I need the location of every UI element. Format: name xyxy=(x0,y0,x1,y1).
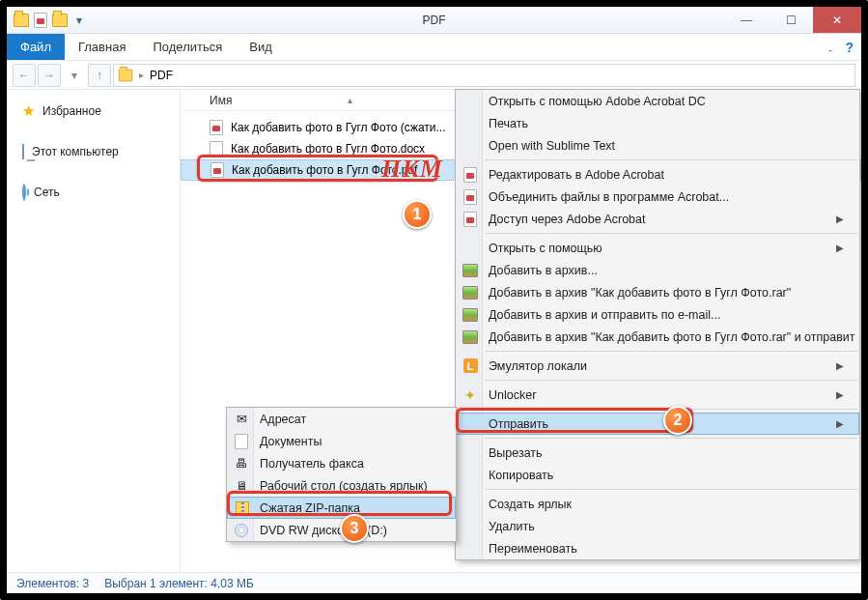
docx-file-icon xyxy=(210,141,223,157)
titlebar: ▾ PDF — ☐ ✕ xyxy=(7,7,861,34)
sendto-fax[interactable]: 🖷Получатель факса xyxy=(227,452,456,474)
winrar-icon xyxy=(462,284,479,301)
winrar-icon xyxy=(462,329,479,346)
sidebar-this-pc[interactable]: Этот компьютер xyxy=(7,140,180,163)
submenu-arrow-icon: ▶ xyxy=(817,360,844,371)
ctx-create-shortcut[interactable]: Создать ярлык xyxy=(456,493,859,515)
ctx-combine-acrobat[interactable]: Объединить файлы в программе Acrobat... xyxy=(456,186,859,208)
ctx-open-with[interactable]: Открыть с помощью▶ xyxy=(456,237,859,259)
sidebar-favorites[interactable]: ★ Избранное xyxy=(7,100,180,123)
pdf-file-icon xyxy=(210,120,223,135)
help-icon[interactable]: ? xyxy=(845,40,854,55)
sendto-zip[interactable]: Сжатая ZIP-папка xyxy=(227,497,456,519)
unlocker-icon: ✦ xyxy=(462,386,479,404)
submenu-arrow-icon: ▶ xyxy=(817,389,844,400)
ctx-cut[interactable]: Вырезать xyxy=(456,442,859,464)
sidebar-network[interactable]: Сеть xyxy=(7,181,180,204)
recent-button[interactable]: ▾ xyxy=(63,64,86,87)
tab-home[interactable]: Главная xyxy=(65,34,139,60)
ctx-copy[interactable]: Копировать xyxy=(456,464,859,486)
submenu-arrow-icon: ▶ xyxy=(817,214,844,224)
sort-asc-icon: ▴ xyxy=(348,95,352,105)
sidebar-favorites-label: Избранное xyxy=(42,104,101,118)
computer-icon xyxy=(22,145,24,158)
sendto-submenu: ✉Адресат Документы 🖷Получатель факса 🖥Ра… xyxy=(226,407,457,542)
sendto-dvd[interactable]: DVD RW дисковод (D:) xyxy=(227,519,456,541)
submenu-arrow-icon: ▶ xyxy=(817,418,844,429)
document-icon xyxy=(233,433,250,450)
close-button[interactable]: ✕ xyxy=(813,7,861,33)
sendto-recipient[interactable]: ✉Адресат xyxy=(227,408,456,430)
ctx-send-to[interactable]: Отправить▶ xyxy=(456,413,859,435)
sidebar-network-label: Сеть xyxy=(34,186,60,199)
ribbon: Файл Главная Поделиться Вид ˇ ? xyxy=(7,34,861,61)
status-selection: Выбран 1 элемент: 4,03 МБ xyxy=(104,577,254,590)
tab-share[interactable]: Поделиться xyxy=(139,34,236,60)
ctx-rename[interactable]: Переименовать xyxy=(456,537,859,559)
acrobat-combine-icon xyxy=(462,188,479,206)
sendto-documents[interactable]: Документы xyxy=(227,430,456,452)
breadcrumb-location[interactable]: PDF xyxy=(150,69,173,82)
ctx-locale-emulator[interactable]: LЭмулятор локали▶ xyxy=(456,355,859,377)
ctx-open-adobe[interactable]: Открыть с помощью Adobe Acrobat DC xyxy=(456,90,859,112)
ctx-unlocker[interactable]: ✦Unlocker▶ xyxy=(456,384,859,406)
forward-button[interactable]: → xyxy=(38,64,61,87)
zip-folder-icon xyxy=(234,500,251,517)
sidebar-this-pc-label: Этот компьютер xyxy=(32,145,119,158)
disc-icon xyxy=(233,522,250,539)
status-item-count: Элементов: 3 xyxy=(16,577,89,590)
qat-dropdown-icon[interactable]: ▾ xyxy=(70,12,88,29)
folder-icon xyxy=(13,12,30,29)
status-bar: Элементов: 3 Выбран 1 элемент: 4,03 МБ xyxy=(7,572,861,593)
fax-icon: 🖷 xyxy=(233,455,250,472)
ctx-edit-acrobat[interactable]: Редактировать в Adobe Acrobat xyxy=(456,163,859,186)
quick-access-toolbar: ▾ xyxy=(7,12,88,29)
explorer-window: ▾ PDF — ☐ ✕ Файл Главная Поделиться Вид … xyxy=(0,0,868,600)
winrar-icon xyxy=(462,262,479,279)
ctx-add-rar[interactable]: Добавить в архив "Как добавить фото в Гу… xyxy=(456,281,859,303)
breadcrumb-folder-icon xyxy=(119,69,132,81)
breadcrumb-sep: ▸ xyxy=(139,70,144,80)
address-bar: ← → ▾ ↑ ▸ PDF xyxy=(7,61,861,90)
minimize-button[interactable]: — xyxy=(724,7,769,33)
winrar-icon xyxy=(462,306,479,324)
star-icon: ★ xyxy=(22,102,35,120)
breadcrumb[interactable]: ▸ PDF xyxy=(113,64,855,87)
file-name: Как добавить фото в Гугл Фото (сжати... xyxy=(231,121,446,134)
ctx-access-acrobat[interactable]: Доступ через Adobe Acrobat▶ xyxy=(456,208,859,230)
sendto-desktop[interactable]: 🖥Рабочий стол (создать ярлык) xyxy=(227,474,456,497)
context-menu: Открыть с помощью Adobe Acrobat DC Печат… xyxy=(455,89,860,560)
locale-emulator-icon: L xyxy=(462,357,479,375)
acrobat-edit-icon xyxy=(462,166,479,184)
file-tab[interactable]: Файл xyxy=(7,34,65,60)
desktop-icon: 🖥 xyxy=(233,477,250,495)
file-name: Как добавить фото в Гугл Фото.pdf xyxy=(232,163,417,177)
tab-view[interactable]: Вид xyxy=(236,34,286,60)
ctx-add-email[interactable]: Добавить в архив и отправить по e-mail..… xyxy=(456,303,859,326)
pdf-file-icon xyxy=(210,162,224,178)
window-buttons: — ☐ ✕ xyxy=(724,7,861,33)
up-button[interactable]: ↑ xyxy=(88,64,111,87)
ctx-open-sublime[interactable]: Open with Sublime Text xyxy=(456,134,859,157)
file-name: Как добавить фото в Гугл Фото.docx xyxy=(231,142,425,156)
submenu-arrow-icon: ▶ xyxy=(817,243,844,253)
back-button[interactable]: ← xyxy=(13,64,36,87)
ribbon-right: ˇ ? xyxy=(828,34,854,60)
mail-icon: ✉ xyxy=(233,411,250,428)
ctx-add-rar-email[interactable]: Добавить в архив "Как добавить фото в Гу… xyxy=(456,326,859,348)
acrobat-cloud-icon xyxy=(462,211,479,228)
navigation-pane: ★ Избранное Этот компьютер Сеть xyxy=(7,90,181,572)
maximize-button[interactable]: ☐ xyxy=(769,7,813,33)
ribbon-collapse-icon[interactable]: ˇ xyxy=(828,42,832,53)
ctx-delete[interactable]: Удалить xyxy=(456,515,859,537)
ctx-add-archive[interactable]: Добавить в архив... xyxy=(456,259,859,281)
open-folder-icon xyxy=(51,12,69,29)
network-icon xyxy=(22,186,26,199)
pdf-icon xyxy=(32,12,49,29)
ctx-print[interactable]: Печать xyxy=(456,112,859,134)
